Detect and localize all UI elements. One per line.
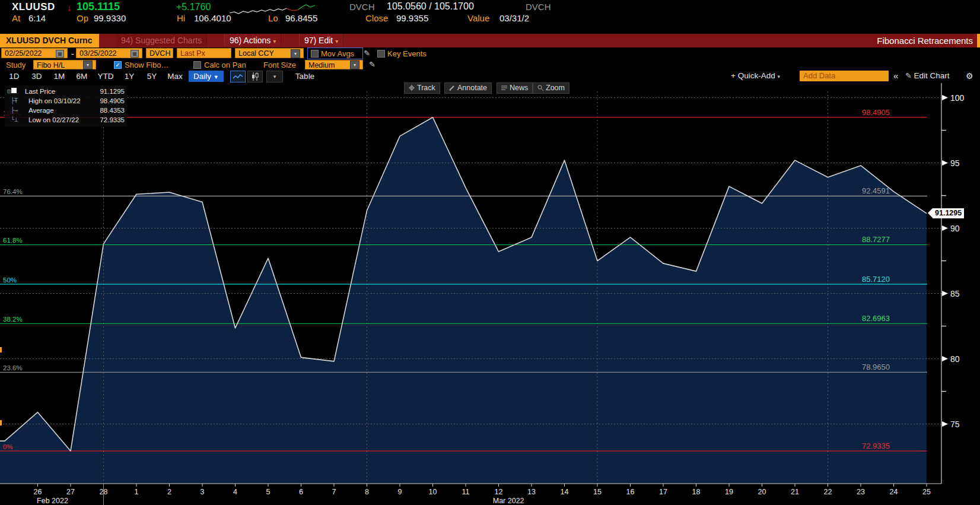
low-label: Lo <box>268 13 278 23</box>
legend-row-low[interactable]: └⊥ Low on 02/27/22 72.9335 <box>6 115 125 125</box>
calendar-icon[interactable]: ▦ <box>56 50 64 58</box>
date-range-dash: - <box>71 49 74 59</box>
x-tick-label: 6 <box>299 488 303 496</box>
price-field[interactable]: Last Px <box>177 48 231 58</box>
fib-value-label: 82.6963 <box>862 314 890 323</box>
ticker-symbol: XLUUSD <box>12 1 55 13</box>
x-tick-label: 17 <box>659 488 667 496</box>
chart-type-dropdown[interactable]: ▾ <box>266 71 283 82</box>
show-fibo-label[interactable]: Show Fibo… <box>125 61 168 69</box>
fib-value-label: 78.9650 <box>862 363 890 371</box>
mov-avgs-label[interactable]: Mov Avgs <box>321 49 354 58</box>
calc-on-pan-label[interactable]: Calc on Pan <box>204 61 246 69</box>
edit-chart-button[interactable]: ✎ Edit Chart <box>905 71 950 81</box>
period-1y[interactable]: 1Y <box>120 71 139 82</box>
pencil-icon: ✎ <box>905 71 914 80</box>
x-tick-label: 19 <box>725 488 733 496</box>
chevron-down-icon[interactable]: ▾ <box>350 61 359 69</box>
open-value: 99.9330 <box>94 13 126 23</box>
y-tick-label: 85 <box>950 289 960 298</box>
legend-row-average[interactable]: ├→ Average 88.4353 <box>6 106 125 115</box>
actions-menu-button[interactable]: 96) Actions ▾ <box>224 34 281 46</box>
legend-value: 72.9335 <box>94 115 125 125</box>
calendar-icon[interactable]: ▦ <box>131 50 139 58</box>
security-tab[interactable]: XLUUSD DVCH Curnc <box>0 34 99 47</box>
chevron-down-icon[interactable]: ▾ <box>291 49 300 58</box>
study-select[interactable]: Fibo H/L ▾ <box>33 60 96 69</box>
y-tick-arrow <box>942 225 948 231</box>
fib-pct-label: 76.4% <box>3 188 23 195</box>
area-fill <box>0 117 927 484</box>
key-events-label[interactable]: Key Events <box>387 49 427 58</box>
last-price-tag: 91.1295 <box>933 208 964 218</box>
fib-value-label: 98.4905 <box>862 108 890 117</box>
line-chart-type-button[interactable] <box>230 71 246 82</box>
fib-value-label: 88.7277 <box>862 235 890 244</box>
period-5y[interactable]: 5Y <box>142 71 161 82</box>
venue-field[interactable]: DVCH <box>146 48 173 58</box>
edit-pencil-icon[interactable]: ✎ <box>369 60 376 69</box>
x-tick-label: 9 <box>398 488 402 496</box>
pan-indicator <box>0 420 2 425</box>
news-button[interactable]: News <box>497 82 533 94</box>
add-data-input[interactable]: Add Data <box>800 71 889 81</box>
candlestick-icon <box>251 72 259 81</box>
currency-select[interactable]: Local CCY ▾ <box>235 48 304 58</box>
period-1m[interactable]: 1M <box>50 71 69 82</box>
open-label: Op <box>77 13 88 23</box>
edit-pencil-icon[interactable]: ✎ <box>364 49 370 58</box>
date-to-field[interactable]: 03/25/2022 ▦ <box>76 48 142 58</box>
legend-row-last-price[interactable]: ⊟ Last Price 91.1295 <box>6 87 125 96</box>
collapse-panel-button[interactable]: « <box>893 71 898 81</box>
frequency-select[interactable]: Daily ▼ <box>189 71 224 82</box>
function-banner: XLUUSD DVCH Curnc 94) Suggested Charts 9… <box>0 34 980 47</box>
period-ytd[interactable]: YTD <box>94 71 117 82</box>
period-max[interactable]: Max <box>164 71 186 82</box>
show-fibo-checkbox[interactable]: ✓ <box>114 61 122 69</box>
plus-icon: + <box>731 71 738 80</box>
frequency-value: Daily <box>193 72 211 81</box>
suggested-charts-button[interactable]: 94) Suggested Charts <box>116 34 207 46</box>
annotate-button[interactable]: Annotate <box>444 82 492 94</box>
candle-chart-type-button[interactable] <box>247 71 263 82</box>
x-tick-label: 11 <box>462 488 470 496</box>
x-tick-label: 8 <box>365 488 369 496</box>
month-label: Feb 2022 <box>37 497 68 505</box>
low-marker-icon: └⊥ <box>6 115 28 125</box>
legend-row-high[interactable]: ├Ŧ High on 03/10/22 98.4905 <box>6 96 125 106</box>
period-3d[interactable]: 3D <box>27 71 46 82</box>
news-icon <box>501 85 507 91</box>
period-6m[interactable]: 6M <box>72 71 91 82</box>
low-value: 96.8455 <box>285 13 317 23</box>
date-from-field[interactable]: 02/25/2022 ▦ <box>1 48 68 58</box>
x-tick-label: 20 <box>758 488 766 496</box>
calc-on-pan-checkbox[interactable] <box>193 61 201 69</box>
legend-label: Last Price <box>25 87 94 96</box>
y-tick-label: 95 <box>950 158 960 168</box>
font-size-select[interactable]: Medium ▾ <box>305 60 363 69</box>
x-tick-label: 18 <box>692 488 701 496</box>
table-button[interactable]: Table <box>289 71 320 82</box>
tree-collapse-icon[interactable]: ⊟ <box>6 87 25 96</box>
close-label: Close <box>365 13 388 23</box>
price-chart[interactable]: 100%98.490576.4%92.459161.8%88.727750%85… <box>0 83 980 505</box>
price-change: +5.1760 <box>176 2 211 12</box>
high-marker-icon: ├Ŧ <box>6 96 28 106</box>
average-marker-icon: ├→ <box>6 106 28 115</box>
quick-add-button[interactable]: + Quick-Add ▾ <box>731 71 780 81</box>
chart-legend[interactable]: ⊟ Last Price 91.1295 ├Ŧ High on 03/10/22… <box>5 85 127 126</box>
x-tick-label: 27 <box>66 488 75 496</box>
track-button[interactable]: Track <box>404 82 440 94</box>
edit-menu-button[interactable]: 97) Edit ▾ <box>299 34 343 46</box>
period-1d[interactable]: 1D <box>5 71 24 82</box>
y-tick-arrow <box>942 291 948 296</box>
y-tick-arrow <box>942 356 948 361</box>
date-to-value: 03/25/2022 <box>79 49 117 58</box>
key-events-checkbox[interactable] <box>377 50 385 58</box>
chevron-down-icon[interactable]: ▾ <box>83 61 93 69</box>
legend-value: 88.4353 <box>94 106 125 115</box>
gear-icon[interactable]: ⚙ <box>966 71 973 81</box>
mov-avgs-checkbox[interactable] <box>311 50 319 58</box>
y-tick-arrow <box>942 421 948 427</box>
zoom-button[interactable]: Zoom <box>533 82 569 94</box>
